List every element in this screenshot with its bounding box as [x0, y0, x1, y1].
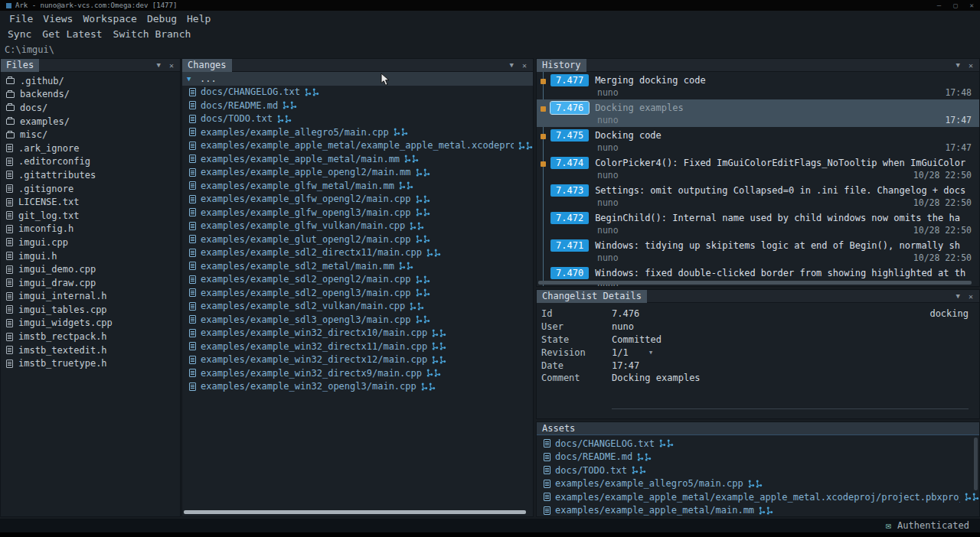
filter-icon[interactable]: [510, 61, 514, 69]
file-tree-item[interactable]: imgui_draw.cpp: [1, 276, 180, 290]
menu-help[interactable]: Help: [187, 13, 211, 24]
changed-file-row[interactable]: examples/example_apple_metal/example_app…: [182, 139, 533, 153]
file-tree-item[interactable]: .github/: [1, 74, 180, 88]
file-tree-item[interactable]: LICENSE.txt: [1, 195, 180, 209]
changed-file-name: examples/example_sdl3_opengl3/main.cpp: [201, 314, 411, 325]
menu-debug[interactable]: Debug: [147, 13, 177, 24]
file-tree-item[interactable]: imgui_demo.cpp: [1, 262, 180, 276]
changed-file-row[interactable]: examples/example_win32_directx11/main.cp…: [182, 340, 533, 353]
file-tree-item[interactable]: examples/: [1, 115, 180, 129]
history-row[interactable]: 7.471Windows: tidying up skipitems logic…: [537, 237, 979, 265]
close-panel-icon[interactable]: [522, 61, 527, 70]
history-row[interactable]: 7.472BeginChild(): Internal name used by…: [537, 210, 979, 237]
revision-badge[interactable]: 7.476: [550, 102, 589, 114]
changes-scrollbar-horizontal[interactable]: [184, 510, 530, 514]
menu-views[interactable]: Views: [43, 13, 73, 24]
changed-file-row[interactable]: examples/example_sdl2_directx11/main.cpp: [182, 246, 533, 260]
menu-file[interactable]: File: [9, 13, 33, 24]
changed-file-name: examples/example_glfw_opengl3/main.cpp: [201, 207, 411, 218]
assets-scrollbar-vertical[interactable]: [974, 438, 978, 513]
revision-badge[interactable]: 7.472: [550, 212, 589, 224]
file-tree-item[interactable]: imgui.cpp: [1, 236, 180, 249]
revision-badge[interactable]: 7.474: [550, 157, 589, 169]
file-tree-item[interactable]: imstb_rectpack.h: [1, 330, 180, 343]
filter-icon[interactable]: [157, 61, 161, 69]
file-tree-item[interactable]: .gitignore: [1, 182, 180, 196]
changed-file-row[interactable]: docs/TODO.txt: [182, 112, 533, 126]
changed-file-row[interactable]: docs/README.md: [182, 99, 533, 112]
changed-file-row[interactable]: examples/example_win32_directx9/main.cpp: [182, 366, 533, 380]
filter-icon[interactable]: [956, 61, 960, 69]
filter-icon[interactable]: [956, 292, 960, 300]
file-tree-item[interactable]: git_log.txt: [1, 209, 180, 223]
history-row[interactable]: 7.476Docking examplesnuno17:47: [537, 99, 979, 127]
changed-file-row[interactable]: docs/CHANGELOG.txt: [182, 86, 533, 99]
close-panel-icon[interactable]: [969, 61, 973, 70]
changed-file-row[interactable]: examples/example_sdl2_metal/main.mm: [182, 259, 533, 273]
changed-file-row[interactable]: examples/example_win32_directx12/main.cp…: [182, 353, 533, 367]
asset-file-name: docs/CHANGELOG.txt: [555, 438, 655, 449]
asset-row[interactable]: examples/example_allegro5/main.cpp: [537, 477, 979, 491]
asset-file-name: examples/example_apple_metal/example_app…: [555, 492, 960, 503]
file-tree-item[interactable]: .gitattributes: [1, 168, 180, 182]
revision-badge[interactable]: 7.475: [550, 129, 589, 142]
file-tree-item[interactable]: .editorconfig: [1, 155, 180, 169]
minimize-button[interactable]: [937, 2, 941, 9]
file-icon: [189, 249, 196, 257]
file-tree-item[interactable]: imgui_widgets.cpp: [1, 317, 180, 330]
file-tree-item[interactable]: imconfig.h: [1, 223, 180, 236]
changed-file-row[interactable]: examples/example_sdl2_opengl2/main.cpp: [182, 273, 533, 287]
toolbar-switch-branch[interactable]: Switch Branch: [113, 28, 191, 40]
revision-badge[interactable]: 7.477: [550, 74, 589, 86]
changed-file-row[interactable]: examples/example_sdl3_opengl3/main.cpp: [182, 313, 533, 327]
toolbar-sync[interactable]: Sync: [8, 28, 31, 40]
file-tree-item[interactable]: imstb_textedit.h: [1, 343, 180, 357]
file-icon: [6, 158, 13, 166]
history-row[interactable]: 7.475Docking codenuno17:47: [537, 127, 979, 155]
file-icon: [189, 382, 196, 391]
changed-file-row[interactable]: examples/example_glut_opengl2/main.cpp: [182, 233, 533, 246]
file-tree-item[interactable]: imstb_truetype.h: [1, 356, 180, 370]
changed-file-row[interactable]: examples/example_glfw_opengl2/main.cpp: [182, 193, 533, 207]
merge-icon: [416, 195, 430, 203]
commit-author: nuno: [597, 170, 619, 181]
changes-root-row[interactable]: ...: [182, 72, 533, 86]
asset-row[interactable]: docs/README.md: [537, 451, 979, 464]
file-tree-item[interactable]: docs/: [1, 101, 180, 115]
file-tree-item[interactable]: misc/: [1, 128, 180, 142]
dropdown-arrow-icon[interactable]: [648, 347, 654, 357]
changed-file-row[interactable]: examples/example_apple_opengl2/main.mm: [182, 166, 533, 180]
revision-badge[interactable]: 7.470: [550, 267, 589, 279]
file-tree-item[interactable]: imgui.h: [1, 249, 180, 263]
changed-file-row[interactable]: examples/example_glfw_metal/main.mm: [182, 179, 533, 193]
close-button[interactable]: [970, 2, 974, 9]
history-row[interactable]: 7.477Merging docking codenuno17:48: [537, 72, 979, 99]
changed-file-row[interactable]: examples/example_win32_directx10/main.cp…: [182, 327, 533, 340]
history-panel: History 7.477Merging docking codenuno17:…: [536, 58, 980, 287]
changed-file-row[interactable]: examples/example_win32_opengl3/main.cpp: [182, 380, 533, 394]
file-tree-item[interactable]: backends/: [1, 88, 180, 102]
close-panel-icon[interactable]: [969, 292, 973, 301]
changed-file-row[interactable]: examples/example_glfw_vulkan/main.cpp: [182, 220, 533, 233]
asset-row[interactable]: examples/example_apple_metal/main.mm: [537, 504, 979, 518]
file-tree-item[interactable]: .ark_ignore: [1, 142, 180, 155]
changed-file-row[interactable]: examples/example_sdl2_opengl3/main.cpp: [182, 286, 533, 300]
revision-badge[interactable]: 7.471: [550, 239, 589, 252]
maximize-button[interactable]: [953, 2, 957, 9]
menu-workspace[interactable]: Workspace: [83, 13, 136, 24]
asset-row[interactable]: examples/example_apple_metal/example_app…: [537, 490, 979, 504]
revision-badge[interactable]: 7.473: [550, 184, 589, 197]
file-tree-item[interactable]: imgui_internal.h: [1, 290, 180, 304]
toolbar-get-latest[interactable]: Get Latest: [42, 28, 102, 40]
close-panel-icon[interactable]: [169, 61, 174, 70]
changed-file-row[interactable]: examples/example_sdl2_vulkan/main.cpp: [182, 300, 533, 314]
asset-row[interactable]: docs/CHANGELOG.txt: [537, 437, 979, 451]
changed-file-row[interactable]: examples/example_glfw_opengl3/main.cpp: [182, 206, 533, 220]
changed-file-row[interactable]: examples/example_apple_metal/main.mm: [182, 152, 533, 166]
file-tree-item[interactable]: imgui_tables.cpp: [1, 303, 180, 317]
history-row[interactable]: 7.474ColorPicker4(): Fixed ImGuiColorEdi…: [537, 155, 979, 182]
history-scrollbar-horizontal[interactable]: [538, 281, 976, 285]
asset-row[interactable]: docs/TODO.txt: [537, 464, 979, 477]
changed-file-row[interactable]: examples/example_allegro5/main.cpp: [182, 125, 533, 139]
history-row[interactable]: 7.473Settings: omit outputing Collapsed=…: [537, 182, 979, 210]
